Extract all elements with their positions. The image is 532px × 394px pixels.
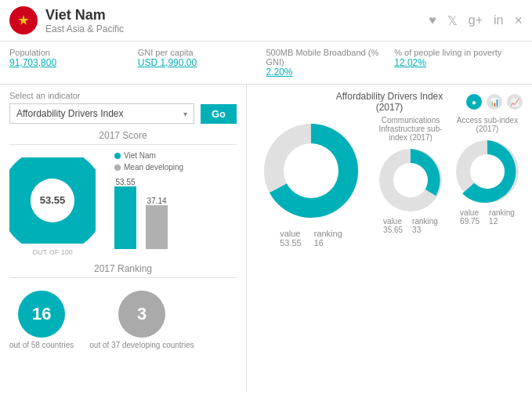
- stat-gni-label: GNI per capita: [138, 48, 266, 57]
- facebook-icon[interactable]: ♥: [429, 13, 436, 27]
- sub1-value-num: 35.65: [383, 226, 403, 234]
- sub-chart-1: Communications Infrastructure sub-index …: [375, 116, 446, 234]
- twitter-icon[interactable]: 𝕏: [447, 13, 458, 28]
- rank-item-2: 3 out of 37 developing countries: [89, 291, 194, 349]
- stat-gni-value[interactable]: USD 1,990.00: [138, 57, 266, 68]
- region-name: East Asia & Pacific: [45, 23, 429, 34]
- pie-center-value: 53.55: [40, 194, 66, 206]
- stat-population-value[interactable]: 91,703,800: [9, 57, 138, 68]
- score-content: 53.55 OUT OF 100 Viet Nam Mean developin…: [9, 151, 237, 249]
- main-right-chart: value 53.55 ranking 16: [256, 116, 366, 248]
- legend-gray-dot: [114, 164, 121, 171]
- legend-and-bars: Viet Nam Mean developing 53.55: [114, 151, 183, 249]
- legend-viet-nam: Viet Nam: [114, 151, 183, 160]
- stat-mobile-value[interactable]: 2.20%: [266, 67, 395, 78]
- country-name: Viet Nam: [45, 7, 429, 23]
- sub2-value-ranking: value 69.75 ranking 12: [460, 208, 515, 226]
- indicator-selected: Affordability Drivers Index: [16, 108, 124, 119]
- stat-mobile: 500MB Mobile Broadband (% GNI) 2.20%: [266, 48, 395, 78]
- indicator-label: Select an indicator: [9, 91, 237, 100]
- bar-viet-nam-value: 53.55: [115, 178, 135, 186]
- stat-poverty: % of people living in poverty 12.02%: [394, 48, 523, 78]
- sub-charts-row: Communications Infrastructure sub-index …: [375, 116, 523, 234]
- svg-point-3: [393, 163, 428, 197]
- close-button[interactable]: ×: [514, 13, 523, 29]
- googleplus-icon[interactable]: g+: [469, 13, 483, 27]
- sub-chart-2-title: Access sub-index (2017): [452, 116, 523, 133]
- sub2-ranking-label: ranking: [489, 208, 515, 217]
- main-ranking-label: ranking: [314, 229, 342, 238]
- sub-pie-1: [375, 145, 446, 215]
- sub-chart-2: Access sub-index (2017) value 69.75: [452, 116, 523, 234]
- bar-chart-icon[interactable]: 📊: [487, 94, 502, 110]
- go-button[interactable]: Go: [201, 104, 237, 124]
- sub2-ranking-col: ranking 12: [489, 208, 515, 226]
- main-value-ranking: value 53.55 ranking 16: [280, 229, 342, 248]
- bar-mean-fill: [146, 205, 168, 249]
- bar-viet-nam-fill: [114, 186, 136, 249]
- sub-chart-1-title: Communications Infrastructure sub-index …: [375, 116, 446, 142]
- stat-poverty-value[interactable]: 12.02%: [394, 57, 523, 68]
- sub-charts: Communications Infrastructure sub-index …: [375, 116, 523, 234]
- stats-row: Population 91,703,800 GNI per capita USD…: [0, 42, 532, 85]
- svg-point-5: [470, 154, 505, 189]
- sub1-value-ranking: value 35.65 ranking 33: [383, 217, 438, 234]
- main-value-col: value 53.55: [280, 229, 302, 248]
- flag-star: [18, 15, 29, 26]
- stat-population: Population 91,703,800: [9, 48, 138, 78]
- legend-viet-nam-label: Viet Nam: [124, 151, 156, 160]
- sub1-ranking-num: 33: [412, 226, 438, 234]
- stat-population-label: Population: [9, 48, 138, 57]
- pie-out-of: OUT OF 100: [32, 248, 72, 256]
- rank-item-1: 16 out of 58 countries: [9, 291, 74, 349]
- right-charts: value 53.55 ranking 16 Communications In…: [256, 116, 523, 248]
- sub1-ranking-label: ranking: [412, 217, 438, 226]
- rank-desc-2: out of 37 developing countries: [89, 341, 194, 349]
- main-content: Select an indicator Affordability Driver…: [0, 85, 532, 392]
- legend-teal-dot: [114, 153, 121, 159]
- bar-viet-nam: 53.55: [114, 178, 136, 249]
- left-panel: Select an indicator Affordability Driver…: [0, 85, 247, 392]
- header-text: Viet Nam East Asia & Pacific: [45, 7, 429, 34]
- right-title: Affordability Drivers Index (2017): [323, 91, 456, 113]
- indicator-select[interactable]: Affordability Drivers Index ▾: [9, 103, 194, 124]
- sub1-value-col: value 35.65: [383, 217, 403, 234]
- sub2-value-label: value: [460, 208, 480, 217]
- chart-type-icons: ● 📊 📈: [456, 94, 523, 110]
- right-panel: Affordability Drivers Index (2017) ● 📊 📈: [247, 85, 532, 392]
- social-icons: ♥ 𝕏 g+ in: [429, 13, 503, 28]
- ranking-section: 2017 Ranking 16 out of 58 countries 3 ou…: [9, 263, 237, 349]
- legend-mean: Mean developing: [114, 163, 183, 172]
- main-ranking-num: 16: [314, 238, 342, 248]
- sub2-value-col: value 69.75: [460, 208, 480, 226]
- legend-mean-label: Mean developing: [124, 163, 183, 172]
- ranking-circles: 16 out of 58 countries 3 out of 37 devel…: [9, 284, 237, 349]
- chevron-down-icon: ▾: [183, 110, 187, 118]
- bar-mean-value: 37.14: [147, 197, 166, 205]
- pie-chart-icon[interactable]: ●: [466, 94, 482, 110]
- sub-pie-2: [452, 136, 523, 207]
- sub2-ranking-num: 12: [489, 217, 515, 226]
- main-pie-chart: 53.55 OUT OF 100: [9, 157, 96, 244]
- pie-svg: 53.55: [9, 157, 96, 244]
- score-section-title: 2017 Score: [9, 130, 237, 145]
- sub1-ranking-col: ranking 33: [412, 217, 438, 234]
- rank-circle-1: 16: [18, 291, 65, 338]
- sub1-value-label: value: [383, 217, 403, 226]
- main-value-num: 53.55: [280, 238, 302, 248]
- indicator-row: Affordability Drivers Index ▾ Go: [9, 103, 237, 124]
- bar-mean: 37.14: [146, 197, 168, 249]
- page-header: Viet Nam East Asia & Pacific ♥ 𝕏 g+ in ×: [0, 0, 532, 42]
- rank-circle-2: 3: [118, 291, 165, 338]
- main-ranking-col: ranking 16: [314, 229, 342, 248]
- score-section: 2017 Score 53.55: [9, 130, 237, 249]
- main-right-pie: [256, 116, 366, 226]
- legend: Viet Nam Mean developing: [114, 151, 183, 172]
- stat-gni: GNI per capita USD 1,990.00: [138, 48, 266, 78]
- svg-point-1: [284, 143, 338, 198]
- ranking-section-title: 2017 Ranking: [9, 263, 237, 278]
- rank-desc-1: out of 58 countries: [9, 341, 74, 349]
- line-chart-icon[interactable]: 📈: [507, 94, 523, 110]
- stat-poverty-label: % of people living in poverty: [394, 48, 523, 57]
- linkedin-icon[interactable]: in: [494, 13, 503, 27]
